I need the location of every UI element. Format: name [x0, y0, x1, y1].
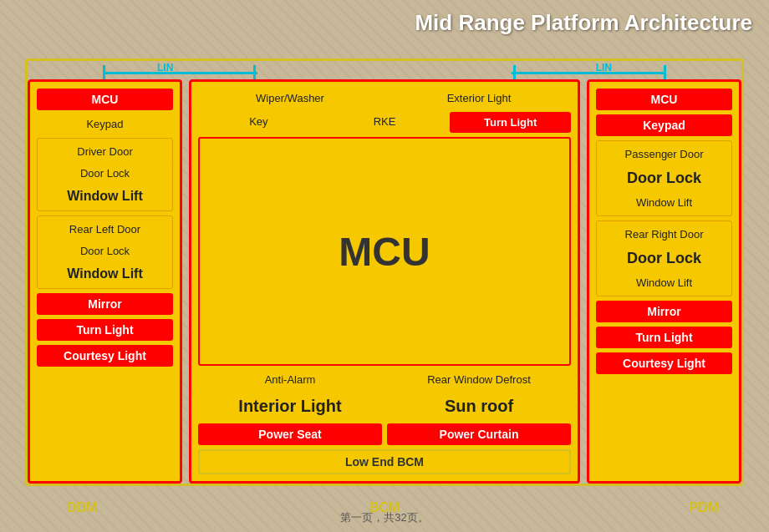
columns-wrapper: MCU Keypad Driver Door Door Lock Window … [28, 79, 741, 484]
bcm-key-row: Key RKE Turn Light [198, 112, 571, 133]
lin-line-left [103, 72, 257, 74]
lin-vertical-right [664, 65, 666, 80]
ddm-window-lift-1: Window Lift [41, 185, 169, 207]
pdm-mcu: MCU [596, 89, 732, 110]
ddm-door-lock-1: Door Lock [41, 164, 169, 183]
lin-vertical-mid-right [513, 65, 516, 80]
bcm-exterior-light: Exterior Light [387, 89, 571, 108]
pdm-turn-light: Turn Light [596, 327, 732, 348]
pdm-window-lift-2: Window Lift [600, 273, 728, 292]
ddm-courtesy-light: Courtesy Light [37, 345, 173, 367]
bcm-row-seat-curtain: Power Seat Power Curtain [198, 423, 571, 445]
pdm-door-lock-1: Door Lock [600, 166, 728, 190]
ddm-rear-left-door: Rear Left Door [41, 220, 169, 239]
bcm-row-alarm-defrost: Anti-Alarm Rear Window Defrost [198, 370, 571, 389]
pdm-rear-right-door: Rear Right Door [600, 225, 728, 244]
ddm-mirror: Mirror [37, 293, 173, 315]
bcm-power-seat: Power Seat [198, 423, 382, 445]
lin-vertical-left [103, 65, 105, 80]
bcm-low-end: Low End BCM [198, 449, 571, 474]
ddm-rear-group: Rear Left Door Door Lock Window Lift [37, 215, 173, 289]
bcm-top-row: Wiper/Washer Exterior Light [198, 89, 571, 108]
page-number: 第一页，共32页。 [340, 510, 428, 525]
ddm-label: DDM [67, 500, 97, 515]
bcm-anti-alarm: Anti-Alarm [198, 370, 382, 389]
bcm-rke: RKE [324, 112, 446, 133]
bcm-power-curtain: Power Curtain [387, 423, 571, 445]
pdm-window-lift-1: Window Lift [600, 193, 728, 212]
pdm-mirror: Mirror [596, 301, 732, 322]
bcm-bottom-grid: Anti-Alarm Rear Window Defrost Interior … [198, 370, 571, 445]
pdm-passenger-door: Passenger Door [600, 144, 728, 164]
ddm-turn-light: Turn Light [37, 319, 173, 341]
ddm-window-lift-2: Window Lift [41, 263, 169, 285]
bcm-key: Key [198, 112, 319, 133]
ddm-column: MCU Keypad Driver Door Door Lock Window … [28, 79, 182, 484]
ddm-keypad: Keypad [37, 114, 173, 134]
bcm-mcu-area: MCU [198, 137, 571, 366]
pdm-keypad: Keypad [596, 114, 732, 136]
lin-line-right [512, 72, 666, 74]
ddm-mcu: MCU [37, 89, 173, 110]
pdm-passenger-group: Passenger Door Door Lock Window Lift [596, 140, 732, 216]
page-title: Mid Range Platform Architecture [0, 0, 769, 43]
pdm-label: PDM [689, 500, 719, 515]
ddm-door-lock-2: Door Lock [41, 241, 169, 261]
bcm-column: Wiper/Washer Exterior Light Key RKE Turn… [189, 79, 580, 484]
bcm-interior-light: Interior Light [198, 393, 382, 419]
pdm-door-lock-2: Door Lock [600, 246, 728, 271]
bcm-mcu-label: MCU [339, 229, 430, 275]
pdm-column: MCU Keypad Passenger Door Door Lock Wind… [587, 79, 741, 484]
bcm-wiper-washer: Wiper/Washer [198, 89, 382, 108]
lin-label-right: LIN [596, 62, 612, 73]
bcm-rear-window-defrost: Rear Window Defrost [387, 370, 571, 389]
bcm-row-interior-sun: Interior Light Sun roof [198, 393, 571, 419]
lin-vertical-mid-left [253, 65, 256, 80]
bcm-turn-light: Turn Light [450, 112, 571, 133]
pdm-rear-group: Rear Right Door Door Lock Window Lift [596, 220, 732, 296]
pdm-courtesy-light: Courtesy Light [596, 352, 732, 374]
bcm-sun-roof: Sun roof [387, 393, 571, 419]
ddm-driver-door: Driver Door [41, 142, 169, 161]
lin-label-left: LIN [157, 62, 173, 73]
ddm-driver-group: Driver Door Door Lock Window Lift [37, 138, 173, 211]
